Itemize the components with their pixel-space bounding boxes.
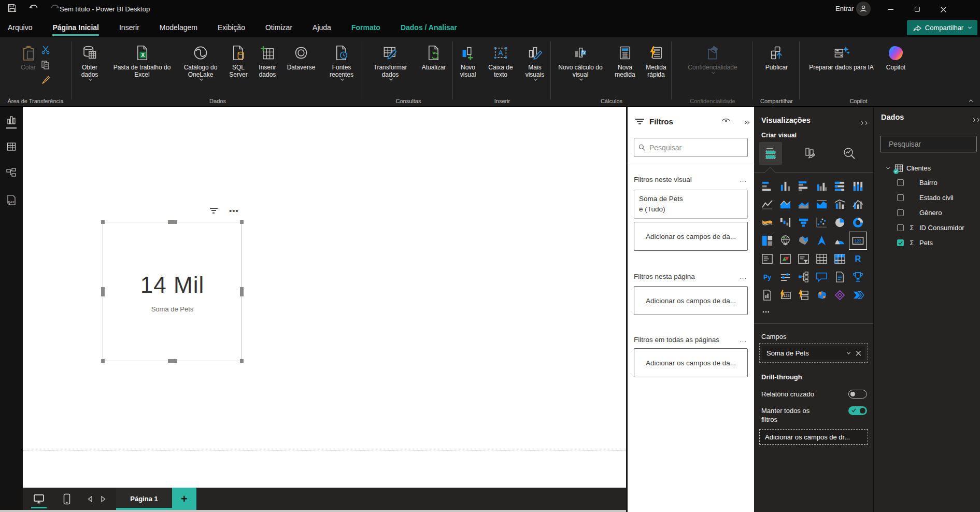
menu-otimizar[interactable]: Otimizar [265, 19, 292, 37]
visual-type-stacked-area-chart[interactable] [794, 195, 813, 214]
next-page-arrow[interactable] [96, 488, 110, 510]
copilot-button[interactable]: Copilot [883, 41, 910, 72]
report-view-icon[interactable] [6, 114, 17, 126]
field-checkbox[interactable] [897, 209, 904, 216]
visual-type-smart-narrative[interactable] [831, 268, 849, 286]
visual-type-table[interactable] [813, 250, 831, 268]
data-search-input[interactable] [889, 140, 980, 148]
chevron-expanded-icon[interactable] [886, 165, 890, 169]
visual-type-map[interactable] [776, 232, 794, 250]
model-view-icon[interactable] [6, 167, 17, 179]
collapse-ribbon-button[interactable] [968, 95, 972, 105]
table-node-clientes[interactable]: Clientes [874, 161, 980, 175]
visual-type-filled-map[interactable] [794, 232, 813, 250]
menu-exibicao[interactable]: Exibição [218, 19, 245, 37]
report-canvas[interactable]: ••• 14 Mil Soma de Pets [23, 107, 626, 488]
close-button[interactable] [933, 2, 954, 17]
add-drill-fields-dropzone[interactable]: Adicionar os campos de dr... [759, 429, 868, 445]
maximize-button[interactable] [907, 2, 928, 17]
eye-icon[interactable] [721, 117, 731, 126]
visual-type-multi-row-card[interactable] [758, 250, 776, 268]
text-box-button[interactable]: A Caixa de texto [486, 41, 516, 78]
menu-pagina-inicial[interactable]: Página Inicial [52, 19, 98, 37]
prep-data-ai-button[interactable]: Preparar dados para IA [808, 41, 875, 72]
more-visuals-button[interactable]: Mais visuais [520, 41, 550, 81]
keep-all-filters-toggle[interactable] [848, 406, 867, 415]
account-avatar-icon[interactable] [856, 2, 871, 16]
resize-handle[interactable] [168, 359, 177, 363]
dataverse-button[interactable]: Dataverse [284, 41, 318, 72]
resize-handle[interactable] [101, 359, 105, 363]
cut-icon[interactable] [41, 45, 50, 56]
dax-query-view-icon[interactable]: DAX [6, 194, 17, 206]
quick-measure-button[interactable]: Medida rápida [643, 41, 670, 78]
publish-button[interactable]: Publicar [759, 41, 795, 72]
resize-handle[interactable] [240, 359, 244, 363]
paste-button[interactable]: Colar [21, 41, 36, 72]
menu-ajuda[interactable]: Ajuda [313, 19, 331, 37]
cross-report-toggle[interactable] [848, 390, 867, 399]
visual-more-options-icon[interactable]: ••• [229, 206, 239, 215]
visual-type-line-chart[interactable] [758, 195, 776, 214]
visual-type-power-automate[interactable] [849, 286, 867, 304]
remove-field-icon[interactable] [856, 351, 861, 355]
field-row-gênero[interactable]: ΣGênero [874, 205, 980, 220]
visual-type-pie-chart[interactable] [831, 214, 849, 232]
visual-type-clustered-column-chart[interactable] [813, 177, 831, 195]
menu-modelagem[interactable]: Modelagem [160, 19, 197, 37]
visual-type-azure-map[interactable] [813, 232, 831, 250]
visual-type-matrix[interactable] [831, 250, 849, 268]
add-data-fields-dropzone[interactable]: Adicionar os campos de da... [634, 222, 748, 251]
visual-type-clustered-bar-chart[interactable] [794, 177, 813, 195]
visual-type-kpi[interactable] [776, 250, 794, 268]
filter-card[interactable]: Soma de Pets é (Tudo) [634, 190, 748, 219]
resize-handle[interactable] [240, 220, 244, 224]
field-well-item[interactable]: Soma de Pets [762, 346, 865, 360]
resize-handle[interactable] [101, 220, 105, 224]
chevron-down-icon[interactable] [847, 350, 850, 354]
onelake-catalog-button[interactable]: Catálogo do OneLake [178, 41, 223, 81]
visual-type-metrics[interactable] [849, 268, 867, 286]
visual-type-stacked-column-chart[interactable] [776, 177, 794, 195]
visual-type-stacked-bar-chart[interactable] [758, 177, 776, 195]
visual-type-gauge[interactable] [831, 232, 849, 250]
menu-dados-analisar[interactable]: Dados / Analisar [401, 19, 457, 37]
collapse-filters-icon[interactable] [742, 117, 749, 126]
sql-server-button[interactable]: SQL Server [226, 41, 251, 78]
new-visual-button[interactable]: Novo visual [455, 41, 481, 78]
tab-build-visual[interactable] [759, 142, 782, 165]
get-data-button[interactable]: Obter dados [74, 41, 106, 81]
new-measure-button[interactable]: Nova medida [612, 41, 638, 78]
collapse-data-panel-icon[interactable] [971, 114, 979, 123]
visual-type-map-pins[interactable] [813, 286, 831, 304]
visual-type-100-stacked-column-chart[interactable] [849, 177, 867, 195]
visual-calculation-button[interactable]: fx Novo cálculo do visual [553, 41, 607, 81]
more-visual-types-icon[interactable]: ... [762, 306, 770, 314]
field-row-bairro[interactable]: ΣBairro [874, 175, 980, 190]
visual-type-r-script-visual[interactable]: R [849, 250, 867, 268]
section-more-options-icon[interactable]: ... [740, 273, 747, 280]
visual-type-ribbon-chart[interactable] [758, 214, 776, 232]
signin-link[interactable]: Entrar [835, 5, 854, 12]
enter-data-button[interactable]: Inserir dados [254, 41, 281, 78]
visual-type-new-slicer[interactable] [794, 286, 813, 304]
visual-type-line-stacked-column-chart[interactable] [831, 195, 849, 214]
share-button[interactable]: Compartilhar [907, 20, 977, 35]
visual-type-python-visual[interactable]: Py [758, 268, 776, 286]
previous-page-arrow[interactable] [83, 488, 96, 510]
table-view-icon[interactable] [6, 140, 17, 153]
visual-type-button-slicer[interactable] [776, 268, 794, 286]
visual-type-100-stacked-area-chart[interactable] [813, 195, 831, 214]
visual-type-power-apps[interactable] [831, 286, 849, 304]
refresh-button[interactable]: Atualizar [418, 41, 449, 72]
visual-type-q-and-a[interactable] [813, 268, 831, 286]
field-checkbox[interactable] [897, 224, 904, 231]
resize-handle[interactable] [168, 220, 177, 224]
add-page-button[interactable]: + [172, 488, 196, 510]
visual-type-new-card[interactable]: 123 [776, 286, 794, 304]
visual-type-scatter-chart[interactable] [813, 214, 831, 232]
tab-analytics[interactable] [838, 142, 861, 165]
minimize-button[interactable] [880, 2, 901, 17]
mobile-layout-icon[interactable] [58, 488, 76, 510]
card-visual[interactable]: 14 Mil Soma de Pets [103, 222, 242, 361]
